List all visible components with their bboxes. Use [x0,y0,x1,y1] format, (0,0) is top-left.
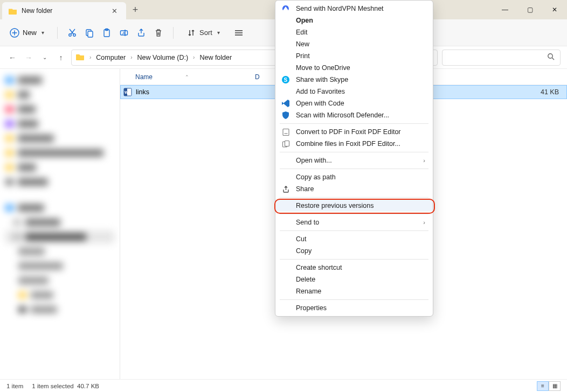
chevron-down-icon: ▾ [217,30,220,36]
context-menu-item[interactable]: Convert to PDF in Foxit PDF Editor [275,126,433,138]
cut-icon[interactable] [67,28,77,38]
sort-icon [186,28,196,38]
selection-info: 1 item selected 40.7 KB [32,383,99,389]
chevron-down-icon: ▾ [42,30,44,36]
context-menu-item[interactable]: Properties [275,302,433,314]
context-menu-item[interactable]: Rename [275,285,433,297]
svg-point-9 [548,53,552,58]
chevron-right-icon: › [129,54,134,60]
close-button[interactable]: ✕ [542,0,567,19]
view-icon[interactable] [234,28,244,38]
context-menu-item[interactable]: Share [275,183,433,195]
context-menu-item[interactable]: Open with Code [275,97,433,109]
recent-locations-button[interactable]: ⌄ [39,54,51,60]
tab-close-button[interactable]: ✕ [109,7,120,15]
file-size: 41 KB [541,88,566,96]
folder-icon [76,53,85,62]
context-menu-item[interactable]: Add to Favorites [275,86,433,97]
sort-button[interactable]: Sort ▾ [183,26,223,40]
context-menu-item[interactable]: Restore previous versions [275,200,433,212]
sort-ascending-icon: ⌃ [185,74,189,80]
context-menu-item[interactable]: Print [275,50,433,62]
crumb-computer[interactable]: Computer [96,54,126,61]
svg-text:W: W [125,90,128,94]
context-menu-item[interactable]: Delete [275,274,433,285]
context-menu-item[interactable]: Move to OneDrive [275,62,433,74]
maximize-button[interactable]: ▢ [517,0,542,19]
defender-icon [281,110,291,120]
rename-icon[interactable]: A [119,28,129,38]
status-bar: 1 item 1 item selected 40.7 KB ≡ ▦ [0,379,567,392]
context-menu: Send with NordVPN MeshnetOpenEditNewPrin… [275,0,433,317]
submenu-arrow-icon: › [423,157,425,164]
copy-icon[interactable] [85,28,94,38]
skype-icon: S [281,75,291,85]
up-button[interactable]: ↑ [55,53,67,62]
context-menu-item[interactable]: Scan with Microsoft Defender... [275,109,433,121]
svg-rect-15 [283,129,289,135]
plus-circle-icon [10,28,19,38]
context-menu-item[interactable]: Copy as path [275,171,433,183]
nordvpn-icon [281,4,291,13]
item-count: 1 item [6,383,23,389]
new-button[interactable]: New ▾ [6,26,47,40]
folder-icon [9,6,17,15]
context-menu-item[interactable]: SShare with Skype [275,74,433,86]
minimize-button[interactable]: — [493,0,517,19]
svg-text:S: S [284,77,288,83]
tab-title: New folder [22,7,105,15]
paste-icon[interactable] [102,28,112,38]
details-view-button[interactable]: ≡ [537,381,549,391]
context-menu-item[interactable]: Open [275,15,433,26]
pdf-icon [281,127,291,137]
vscode-icon [281,99,291,108]
crumb-folder[interactable]: New folder [199,54,232,61]
search-input[interactable] [442,50,561,66]
context-menu-item[interactable]: Send with NordVPN Meshnet [275,3,433,15]
svg-rect-17 [285,141,289,146]
word-document-icon: W [123,87,133,97]
chevron-right-icon: › [191,54,196,60]
context-menu-item[interactable]: Copy [275,245,433,257]
view-toggle[interactable]: ≡ ▦ [537,381,561,391]
window-tab[interactable]: New folder ✕ [2,2,126,19]
context-menu-item[interactable]: Edit [275,26,433,38]
column-name[interactable]: Name [135,73,153,81]
share-icon [281,184,291,194]
context-menu-item[interactable]: Send to› [275,216,433,228]
file-name: links [136,88,149,96]
context-menu-item[interactable]: New [275,38,433,50]
crumb-volume[interactable]: New Volume (D:) [137,54,188,61]
forward-button[interactable]: → [23,53,34,62]
svg-rect-4 [88,31,93,37]
combine-icon [281,139,291,149]
context-menu-item[interactable]: Open with...› [275,155,433,166]
search-icon [547,53,555,62]
chevron-right-icon: › [88,54,93,60]
delete-icon[interactable] [154,28,163,38]
context-menu-item[interactable]: Combine files in Foxit PDF Editor... [275,138,433,150]
new-tab-button[interactable]: + [126,0,144,19]
context-menu-item[interactable]: Create shortcut [275,262,433,274]
navigation-pane[interactable]: Pictures Abc Music Videos Computerxx JS … [0,69,120,379]
submenu-arrow-icon: › [423,219,425,226]
thumbnails-view-button[interactable]: ▦ [549,381,561,391]
back-button[interactable]: ← [6,53,18,62]
context-menu-item[interactable]: Cut [275,233,433,245]
share-icon[interactable] [136,28,146,38]
